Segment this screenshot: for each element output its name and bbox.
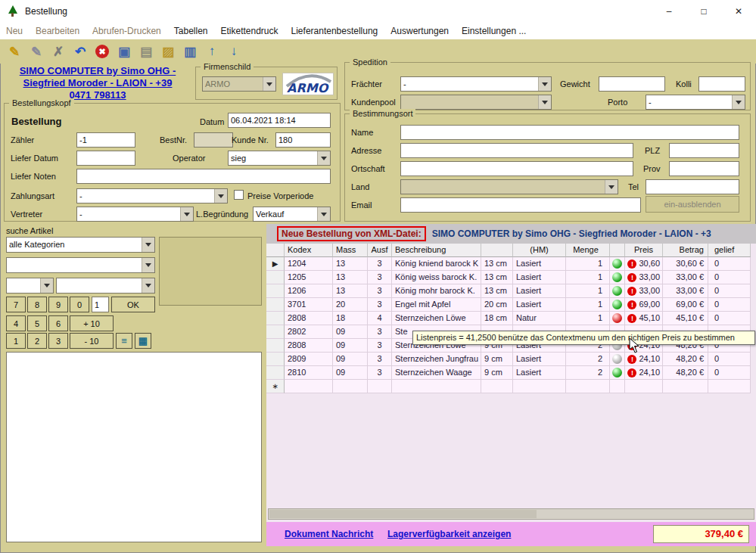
name-input[interactable] (400, 125, 739, 140)
tel-input[interactable] (646, 179, 739, 194)
company-link[interactable]: SIMO COMPUTER by Simo OHG - Siegfried Mo… (2, 65, 194, 101)
table-row[interactable]: 1205133König weiss barock K.13 cmLasiert… (266, 271, 751, 284)
new-entry-pencil-icon[interactable]: ✎ (28, 43, 45, 60)
menu-item-neu[interactable]: Neu (6, 26, 23, 36)
scrollbar-thumb[interactable] (269, 510, 537, 518)
cancel-icon[interactable]: ✖ (95, 45, 109, 58)
table-row[interactable]: 2809093Sternzeichen Jungfrau9 cmLasiert2… (266, 353, 751, 366)
close-button[interactable]: ✕ (721, 0, 756, 23)
plz-input[interactable] (669, 143, 739, 158)
preis-value: 33,00 (639, 271, 660, 284)
menu-item-tabellen[interactable]: Tabellen (174, 26, 208, 36)
maximize-button[interactable]: □ (686, 0, 721, 23)
menu-item-einstellungen[interactable]: Einstellungen ... (462, 26, 526, 36)
suche-select-4[interactable] (56, 278, 155, 294)
menu-item-bearbeiten[interactable]: Bearbeiten (36, 26, 79, 36)
column-header-menge[interactable]: Menge (566, 244, 610, 257)
quantity-input[interactable] (92, 297, 109, 312)
table-row[interactable]: 3701203Engel mit Apfel20 cmLasiert1!69,0… (266, 298, 751, 312)
minimize-button[interactable]: – (652, 0, 686, 23)
email-input[interactable] (400, 197, 641, 213)
undo-icon[interactable]: ↶ (72, 43, 89, 60)
table-row[interactable]: 2808184Sternzeichen Löwe18 cmNatur1!45,1… (266, 312, 751, 325)
article-list[interactable] (6, 352, 262, 542)
ein-ausblenden-button[interactable]: ein-ausblenden (646, 196, 739, 213)
column-header-kodex[interactable]: Kodex (285, 244, 333, 257)
liefer-datum-input[interactable] (76, 151, 135, 166)
cell-hm: Natur (513, 312, 566, 325)
lbegruendung-select[interactable]: Verkauf (253, 207, 331, 222)
kundenpool-select[interactable] (400, 95, 552, 110)
datum-input[interactable] (228, 113, 331, 128)
adresse-input[interactable] (400, 143, 633, 158)
table-row[interactable]: 1206133König mohr barock K.13 cmLasiert1… (266, 284, 751, 298)
table-row[interactable]: ▶1204133König kniend barock K13 cmLasier… (266, 257, 751, 271)
suche-select-3[interactable] (6, 278, 54, 294)
gewicht-input[interactable] (599, 76, 665, 92)
print-preview-doc-icon[interactable]: ▥ (182, 43, 198, 60)
table-row[interactable]: 2810093Sternzeichen Waage9 cmLasiert2!24… (266, 366, 751, 380)
keypad-button-5[interactable]: 5 (27, 315, 47, 331)
column-header-hm[interactable]: (HM) (513, 244, 566, 257)
kategorien-select[interactable]: alle Kategorien (6, 237, 155, 253)
firmenschild-select[interactable]: ARMO (202, 76, 276, 92)
edit-pencil-icon[interactable]: ✎ (6, 43, 23, 60)
column-header-ausf[interactable]: Ausf (368, 244, 392, 257)
horizontal-scrollbar[interactable] (268, 508, 754, 520)
keypad-button-7[interactable]: 7 (6, 297, 26, 312)
keypad-button-4[interactable]: 4 (6, 315, 26, 331)
cell-beschreibung: Sternzeichen Löwe (392, 312, 481, 325)
liefer-noten-input[interactable] (76, 169, 331, 184)
zaehler-input[interactable] (76, 132, 135, 148)
column-header-dot[interactable] (610, 244, 625, 257)
paste-icon[interactable]: ▤ (138, 43, 154, 60)
prov-input[interactable] (669, 161, 739, 176)
lagerverfuegbarkeit-link[interactable]: Lagerverfügbarkeit anzeigen (387, 529, 511, 539)
bestnr-input[interactable] (194, 132, 233, 148)
move-down-icon[interactable]: ↓ (226, 43, 242, 60)
open-folder-icon[interactable]: ▨ (160, 43, 176, 60)
column-header-preis[interactable]: Preis (625, 244, 663, 257)
operator-select[interactable]: sieg (228, 151, 331, 166)
keypad-button-6[interactable]: 6 (48, 315, 68, 331)
menu-item-abrufen-drucken[interactable]: Abrufen-Drucken (92, 26, 161, 36)
menu-item-lieferantenbestellung[interactable]: Lieferantenbestellung (291, 26, 378, 36)
dokument-nachricht-link[interactable]: Dokument Nachricht (285, 529, 373, 539)
zahlungsart-select[interactable]: - (76, 188, 228, 203)
grid-view-button[interactable]: ▦ (135, 333, 151, 349)
fraechter-select[interactable]: - (400, 76, 552, 92)
table-row[interactable]: ∗ (266, 380, 751, 393)
window-controls: – □ ✕ (652, 0, 756, 23)
cell-hm: Lasiert (513, 257, 566, 271)
column-header-beschreibung[interactable]: Beschreibung (392, 244, 481, 257)
column-header-sel[interactable] (266, 244, 285, 257)
column-header-gelief[interactable]: gelief (708, 244, 751, 257)
vertreter-select[interactable]: - (76, 207, 194, 222)
preise-vorperiode-checkbox[interactable] (234, 190, 244, 200)
cell-beschreibung: Sternzeichen Jungfrau (392, 353, 481, 366)
keypad-button-1[interactable]: 1 (6, 333, 26, 349)
column-header-mass[interactable]: Mass (333, 244, 368, 257)
keypad-button-8[interactable]: 8 (27, 297, 47, 312)
porto-select[interactable]: - (646, 95, 745, 110)
column-header-size[interactable] (481, 244, 513, 257)
keypad-button-9[interactable]: 9 (48, 297, 68, 312)
keypad-button-3[interactable]: 3 (48, 333, 68, 349)
land-select[interactable] (400, 179, 618, 194)
delete-icon[interactable]: ✗ (50, 43, 67, 60)
kolli-input[interactable] (698, 76, 745, 92)
list-view-button[interactable]: ≡ (116, 333, 132, 349)
column-header-betrag[interactable]: Betrag (663, 244, 708, 257)
keypad-button-2[interactable]: 2 (27, 333, 47, 349)
keypad-button-0[interactable]: 0 (70, 297, 89, 312)
ortschaft-input[interactable] (400, 161, 633, 176)
copy-icon[interactable]: ▣ (116, 43, 132, 60)
menu-item-etikettendruck[interactable]: Etikettendruck (220, 26, 278, 36)
minus-10-button[interactable]: - 10 (70, 333, 114, 349)
move-up-icon[interactable]: ↑ (204, 43, 220, 60)
ok-button[interactable]: OK (111, 297, 155, 312)
suche-select-2[interactable] (6, 257, 155, 273)
menu-item-auswertungen[interactable]: Auswertungen (390, 26, 449, 36)
kunde-nr-input[interactable] (275, 132, 331, 148)
plus-10-button[interactable]: + 10 (70, 315, 114, 331)
